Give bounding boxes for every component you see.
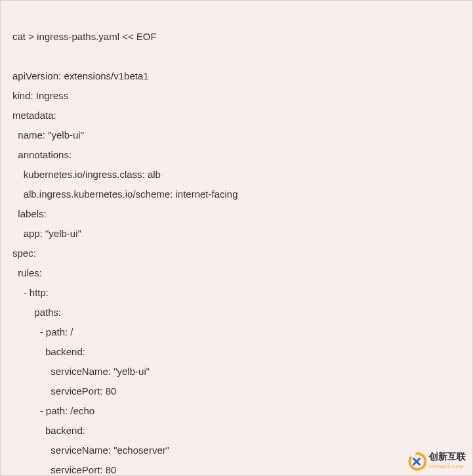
code-line: paths:	[12, 307, 61, 318]
code-line: - path: /	[12, 326, 73, 337]
code-line: metadata:	[12, 110, 56, 121]
code-line: apiVersion: extensions/v1beta1	[12, 70, 149, 81]
code-line: serviceName: "echoserver"	[12, 444, 169, 456]
code-line: backend:	[12, 346, 85, 357]
code-line: kubernetes.io/ingress.class: alb	[12, 169, 161, 180]
code-line: labels:	[12, 208, 47, 219]
watermark-sub: CDXWCX.COM	[429, 462, 466, 471]
code-line: alb.ingress.kubernetes.io/scheme: intern…	[12, 188, 238, 200]
watermark-text-group: 创新互联 CDXWCX.COM	[429, 452, 466, 471]
code-line: - path: /echo	[12, 405, 94, 416]
code-line: serviceName: "yelb-ui"	[12, 366, 150, 377]
code-line: - http:	[12, 287, 49, 298]
watermark-brand: 创新互联	[429, 452, 466, 462]
code-line: backend:	[12, 425, 85, 436]
code-block: cat > ingress-paths.yaml << EOF apiVersi…	[12, 7, 461, 476]
code-line: rules:	[12, 267, 42, 278]
watermark: 创新互联 CDXWCX.COM	[407, 452, 466, 471]
code-line: name: "yelb-ui"	[12, 129, 84, 141]
code-line: app: "yelb-ui"	[12, 228, 81, 239]
code-line: spec:	[12, 248, 36, 259]
watermark-logo-icon	[407, 452, 426, 471]
code-line: kind: Ingress	[12, 90, 68, 101]
code-line: servicePort: 80	[12, 385, 116, 397]
code-line: cat > ingress-paths.yaml << EOF	[12, 31, 157, 42]
code-line: annotations:	[12, 149, 72, 160]
code-line: servicePort: 80	[12, 464, 116, 475]
